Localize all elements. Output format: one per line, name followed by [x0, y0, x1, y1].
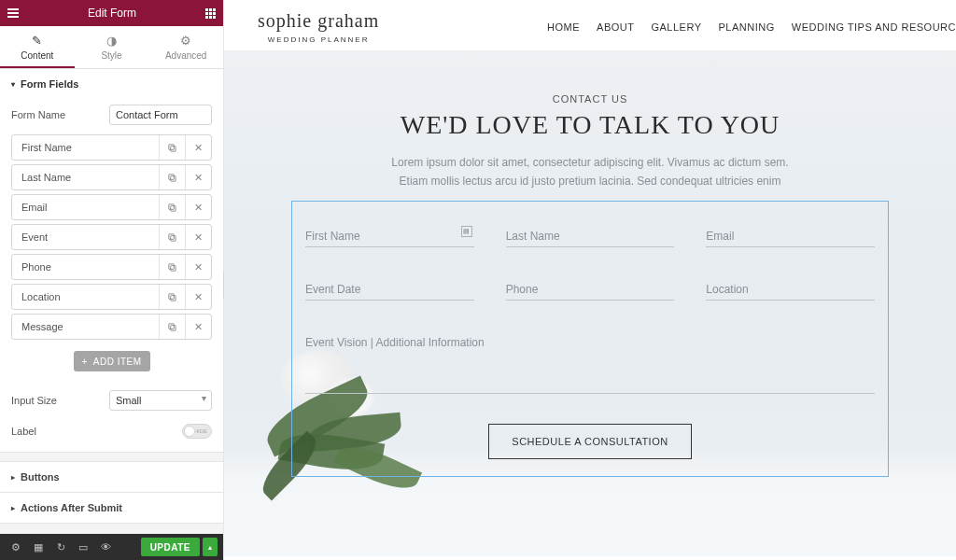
autofill-icon[interactable]: ▤ [461, 226, 472, 237]
duplicate-icon[interactable] [159, 315, 185, 339]
phone-input[interactable] [506, 279, 675, 301]
svg-rect-11 [169, 293, 175, 299]
duplicate-icon[interactable] [159, 165, 185, 189]
duplicate-icon[interactable] [159, 195, 185, 219]
remove-icon[interactable]: ✕ [185, 165, 211, 189]
field-label: First Name [12, 135, 159, 160]
panel-title: Edit Form [88, 7, 136, 20]
section-form-fields[interactable]: ▾ Form Fields [0, 69, 223, 99]
nav-item[interactable]: GALLERY [651, 21, 701, 33]
field-label: Message [12, 315, 159, 339]
label-toggle-row: Label HIDE [0, 416, 223, 452]
section-actions-after-submit[interactable]: ▸ Actions After Submit [0, 492, 223, 523]
field-item[interactable]: Email✕ [11, 194, 212, 220]
nav-item[interactable]: ABOUT [597, 21, 634, 33]
remove-icon[interactable]: ✕ [185, 135, 211, 160]
duplicate-icon[interactable] [159, 225, 185, 249]
svg-rect-13 [169, 323, 175, 329]
hamburger-icon[interactable] [7, 8, 19, 18]
label-toggle-label: Label [11, 426, 182, 437]
duplicate-icon[interactable] [159, 135, 185, 160]
form-name-label: Form Name [11, 109, 109, 120]
nav-item[interactable]: WEDDING TIPS AND RESOURC [792, 21, 956, 33]
navigator-icon[interactable]: ▦ [28, 538, 49, 556]
contact-form[interactable]: ▤ SCHEDULE A CONSULTATION [291, 201, 889, 477]
remove-icon[interactable]: ✕ [185, 285, 211, 309]
pencil-icon: ✎ [0, 34, 75, 48]
nav-item[interactable]: HOME [547, 21, 580, 33]
nav-item[interactable]: PLANNING [719, 21, 775, 33]
input-size-row: Input Size Small [0, 385, 223, 416]
preview-icon[interactable]: 👁 [95, 538, 116, 556]
caret-right-icon: ▸ [11, 504, 15, 512]
remove-icon[interactable]: ✕ [185, 225, 211, 249]
remove-icon[interactable]: ✕ [185, 315, 211, 339]
tab-content-label: Content [21, 50, 53, 61]
field-item[interactable]: Phone✕ [11, 254, 212, 280]
svg-rect-8 [171, 265, 176, 271]
input-size-label: Input Size [11, 395, 109, 406]
location-input[interactable] [706, 279, 875, 301]
schedule-consultation-button[interactable]: SCHEDULE A CONSULTATION [488, 424, 691, 459]
duplicate-icon[interactable] [159, 255, 185, 279]
svg-rect-4 [171, 205, 176, 211]
tab-advanced[interactable]: ⚙ Advanced [148, 26, 223, 68]
history-icon[interactable]: ↻ [50, 538, 71, 556]
widgets-grid-icon[interactable] [205, 8, 216, 19]
first-name-input[interactable] [305, 226, 474, 247]
label-toggle-text: HIDE [194, 428, 207, 434]
brand-sub: WEDDING PLANNER [268, 35, 370, 44]
field-label: Event [12, 225, 159, 249]
editor-panel: Edit Form ✎ Content ◑ Style ⚙ Advanced ▾… [0, 0, 224, 560]
field-label: Last Name [12, 165, 159, 189]
event-date-input[interactable] [305, 279, 474, 301]
last-name-input[interactable] [506, 226, 675, 247]
section-form-fields-label: Form Fields [21, 78, 78, 90]
remove-icon[interactable]: ✕ [185, 255, 211, 279]
panel-header: Edit Form [0, 0, 223, 26]
tab-content[interactable]: ✎ Content [0, 26, 75, 68]
tab-style-label: Style [101, 50, 121, 61]
brand-name: sophie graham [258, 10, 379, 32]
field-list: First Name✕Last Name✕Email✕Event✕Phone✕L… [0, 131, 223, 340]
svg-rect-3 [169, 174, 175, 179]
svg-rect-5 [169, 203, 175, 209]
main-nav: HOMEABOUTGALLERYPLANNINGWEDDING TIPS AND… [547, 21, 956, 33]
settings-icon[interactable]: ⚙ [6, 538, 26, 556]
editor-tabs: ✎ Content ◑ Style ⚙ Advanced [0, 26, 223, 69]
svg-rect-2 [171, 175, 176, 181]
gear-icon: ⚙ [148, 34, 223, 48]
brand[interactable]: sophie graham WEDDING PLANNER [258, 10, 379, 44]
section-buttons[interactable]: ▸ Buttons [0, 461, 223, 492]
field-item[interactable]: Message✕ [11, 314, 212, 340]
message-textarea[interactable] [305, 332, 875, 394]
field-item[interactable]: Location✕ [11, 284, 212, 310]
contact-block: CONTACT US WE'D LOVE TO TALK TO YOU Lore… [291, 93, 889, 477]
contact-heading: WE'D LOVE TO TALK TO YOU [291, 110, 889, 140]
contact-desc: Lorem ipsum dolor sit amet, consectetur … [291, 153, 889, 191]
label-toggle[interactable]: HIDE [182, 424, 212, 439]
tab-style[interactable]: ◑ Style [75, 26, 149, 68]
remove-icon[interactable]: ✕ [185, 195, 211, 219]
contact-eyebrow: CONTACT US [291, 93, 889, 105]
field-item[interactable]: First Name✕ [11, 134, 212, 161]
caret-down-icon: ▾ [11, 80, 15, 89]
caret-right-icon: ▸ [11, 473, 15, 482]
svg-rect-10 [171, 295, 176, 301]
email-input[interactable] [706, 226, 875, 247]
responsive-icon[interactable]: ▭ [73, 538, 93, 556]
toggle-knob [184, 426, 195, 437]
duplicate-icon[interactable] [159, 285, 185, 309]
field-item[interactable]: Event✕ [11, 224, 212, 250]
svg-rect-7 [169, 233, 175, 239]
form-name-input[interactable] [109, 105, 212, 125]
add-item-label: ADD ITEM [93, 357, 142, 367]
field-item[interactable]: Last Name✕ [11, 164, 212, 190]
add-item-button[interactable]: + ADD ITEM [74, 351, 150, 371]
input-size-select[interactable]: Small [109, 390, 212, 411]
style-icon: ◑ [75, 34, 149, 48]
update-button[interactable]: UPDATE [141, 538, 200, 556]
panel-body: ▾ Form Fields Form Name First Name✕Last … [0, 69, 223, 534]
svg-rect-9 [169, 263, 175, 269]
update-more-button[interactable]: ▴ [203, 538, 218, 556]
